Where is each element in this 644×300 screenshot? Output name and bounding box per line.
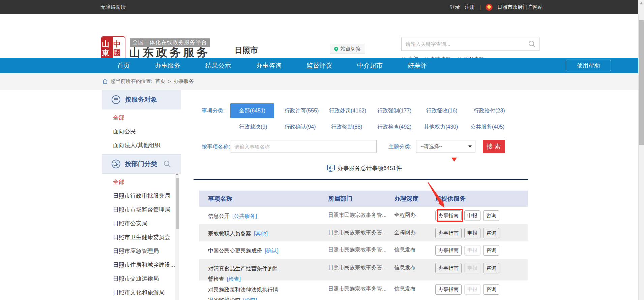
apply-button-disabled: 申报	[464, 284, 480, 295]
category-qita-quanli[interactable]: 其他权力(430)	[424, 124, 458, 131]
item-name-input[interactable]	[231, 140, 377, 153]
sidebar-section-title: 按部门分类	[125, 160, 157, 168]
header: 山東 中國 全国一体化在线政务服务平台 山东政务服务 日照市 站点切换 全部 权…	[0, 14, 644, 58]
guide-button[interactable]: 办事指南	[435, 263, 462, 273]
category-xingzheng-jifu[interactable]: 行政给付(23)	[474, 107, 505, 114]
item-depth: 信息发布	[394, 241, 435, 259]
col-depth: 办理深度	[394, 195, 435, 203]
breadcrumb-bar: 您当前所在的位置: 首页 > 办事服务	[0, 73, 644, 90]
accessibility-link[interactable]: 无障碍阅读	[100, 4, 126, 10]
item-link[interactable]: 对清真食品生产经营条件的监督检查	[208, 266, 278, 282]
nav-item-consult[interactable]: 办事咨询	[256, 61, 282, 70]
consult-button[interactable]: 咨询	[483, 228, 499, 238]
dept-item[interactable]: 日照市文化和旅游局	[102, 286, 181, 299]
help-button[interactable]: 使用帮助	[566, 60, 611, 71]
sidebar-item-citizen[interactable]: 面向公民	[102, 125, 181, 138]
apply-button[interactable]: 申报	[464, 228, 480, 238]
guide-button[interactable]: 办事指南	[435, 284, 462, 295]
category-xingzheng-jiancha[interactable]: 行政检查(492)	[377, 124, 411, 131]
department-search-icon[interactable]	[163, 160, 171, 168]
home-icon	[103, 79, 108, 84]
item-tag[interactable]: [检查]	[243, 297, 257, 300]
item-link[interactable]: 宗教教职人员备案	[208, 231, 251, 236]
keyword-search-input[interactable]	[406, 37, 524, 51]
category-xingzheng-queren[interactable]: 行政确认(94)	[285, 124, 316, 131]
scroll-up-arrow-icon[interactable]	[176, 173, 178, 175]
item-depth: 全程网办	[394, 207, 435, 224]
login-link[interactable]: 登录	[450, 4, 460, 10]
table-row: 中国公民变更民族成份[确认] 日照市民族宗教事务管... 信息发布 办事指南 申…	[199, 241, 528, 259]
scrollbar-thumb[interactable]	[639, 20, 644, 145]
dept-item[interactable]: 日照市行政审批服务局	[102, 189, 181, 203]
total-items-stat: 办事服务总计事项6451件	[327, 164, 402, 172]
category-gonggong-fuwu[interactable]: 公共服务(405)	[470, 124, 504, 131]
category-xingzheng-zhengshou[interactable]: 行政征收(16)	[426, 107, 457, 114]
category-xingzheng-xuke[interactable]: 行政许可(555)	[285, 107, 319, 114]
dept-item[interactable]: 日照市住房和城乡建设...	[102, 258, 181, 272]
category-xingzheng-caijue[interactable]: 行政裁决(9)	[239, 124, 267, 131]
dept-item-all[interactable]: 全部	[102, 175, 181, 189]
site-switch-button[interactable]: 站点切换	[330, 44, 365, 54]
scrollbar-thumb[interactable]	[176, 178, 179, 229]
page-scrollbar[interactable]	[638, 0, 644, 300]
dept-item[interactable]: 日照市公安局	[102, 216, 181, 230]
consult-button[interactable]: 咨询	[483, 263, 499, 273]
table-row: 对民族政策和法律法规执行情况的监督检查[检查] 日照市民族宗教事务管... 信息…	[199, 280, 528, 300]
apply-button-disabled: 申报	[464, 245, 480, 256]
sidebar-section-service-object: 按服务对象	[102, 90, 181, 109]
nav-item-supervision[interactable]: 监督评议	[306, 61, 332, 70]
item-link[interactable]: 信息公开	[208, 213, 230, 219]
item-depth: 全程网办	[394, 224, 435, 241]
consult-button[interactable]: 咨询	[483, 210, 499, 221]
scroll-up-arrow-icon[interactable]	[640, 2, 643, 4]
category-xingzheng-jiangli[interactable]: 行政奖励(88)	[331, 124, 362, 131]
keyword-search-box	[401, 37, 539, 51]
item-tag[interactable]: [公共服务]	[232, 213, 257, 219]
annotation-triangle	[451, 158, 457, 162]
service-object-icon	[111, 95, 121, 104]
breadcrumb-home[interactable]: 首页	[155, 78, 165, 85]
sidebar-item-all-services[interactable]: 全部	[102, 111, 181, 125]
nav-item-home[interactable]: 首页	[117, 61, 130, 70]
col-services: 所提供服务	[435, 195, 528, 203]
topic-select[interactable]: --请选择--	[416, 140, 475, 153]
items-table: 事项名称 所属部门 办理深度 所提供服务 信息公开[公共服务] 日照市民族宗教事…	[199, 191, 528, 300]
register-link[interactable]: 注册	[465, 4, 475, 10]
sidebar-item-legal-person[interactable]: 面向法人/其他组织	[102, 138, 181, 152]
department-list-scrollbar[interactable]	[175, 172, 179, 300]
breadcrumb: 您当前所在的位置: 首页 > 办事服务	[103, 78, 194, 85]
category-xingzheng-qiangzhi[interactable]: 行政强制(177)	[377, 107, 411, 114]
sidebar-section-department: 按部门分类	[102, 154, 181, 174]
category-xingzheng-chufa[interactable]: 行政处罚(4162)	[329, 107, 366, 114]
nav-item-results[interactable]: 结果公示	[205, 61, 231, 70]
table-top-divider	[194, 179, 528, 180]
search-button[interactable]: 搜索	[483, 140, 505, 153]
search-icon[interactable]	[528, 40, 536, 48]
item-depth: 信息发布	[394, 259, 435, 280]
guide-button[interactable]: 办事指南	[435, 245, 462, 256]
item-dept: 日照市民族宗教事务管...	[328, 280, 394, 300]
nav-item-rating[interactable]: 好差评	[408, 61, 427, 70]
table-row: 宗教教职人员备案[其他] 日照市民族宗教事务管... 全程网办 办事指南 申报 …	[199, 224, 528, 241]
item-tag[interactable]: [其他]	[254, 231, 268, 236]
item-dept: 日照市民族宗教事务管...	[328, 241, 394, 259]
consult-button[interactable]: 咨询	[483, 245, 499, 256]
item-tag[interactable]: [确认]	[265, 248, 279, 254]
consult-button[interactable]: 咨询	[483, 284, 499, 295]
nav-item-services[interactable]: 办事服务	[155, 61, 180, 70]
annotation-highlight-box	[437, 209, 463, 222]
category-all-selected[interactable]: 全部(6451)	[230, 103, 274, 118]
dept-item[interactable]: 日照市市场监督管理局	[102, 203, 181, 216]
apply-button[interactable]: 申报	[464, 210, 480, 221]
dept-item[interactable]: 日照市交通运输局	[102, 272, 181, 286]
topic-label: 主题分类:	[388, 143, 411, 151]
portal-link[interactable]: 日照市政府门户网站	[497, 4, 543, 10]
department-icon	[111, 159, 121, 169]
nav-item-intermediary[interactable]: 中介超市	[357, 61, 383, 70]
dept-item[interactable]: 日照市应急管理局	[102, 244, 181, 258]
breadcrumb-current[interactable]: 办事服务	[174, 78, 194, 85]
item-link[interactable]: 中国公民变更民族成份	[208, 248, 262, 254]
dept-item[interactable]: 日照市卫生健康委员会	[102, 230, 181, 244]
guide-button[interactable]: 办事指南	[435, 228, 462, 238]
chart-monitor-icon	[327, 165, 335, 172]
